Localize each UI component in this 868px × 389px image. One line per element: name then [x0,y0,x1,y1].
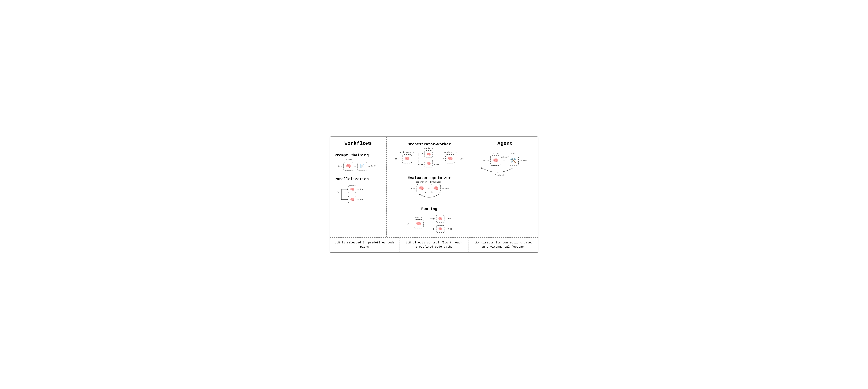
par-branch1: 🧠 → Out [348,186,364,193]
prompt-chain-diagram: In → LLM call 🧠 → 📄 → Out [336,162,376,171]
eval-feedback [391,194,467,201]
eval-diagram: In → Generator 🧠 → Evaluator 🧠 → Out [391,184,467,201]
par-out1: Out [360,188,364,190]
workers-col: Workers 🧠 🧠 [425,150,433,167]
bottom-right: LLM directs its own actions based on env… [469,238,538,252]
eval-in: In [409,187,412,190]
par-branches: 🧠 → Out 🧠 → Out [348,186,364,203]
action-label: action [501,156,508,158]
route-branch-svg [425,215,435,232]
worker2: 🧠 [425,160,433,167]
routing-diagram: In → Router 🧠 [391,215,467,233]
pc-in-label: In [336,165,340,168]
eval-out: Out [445,187,449,190]
route-target2: 🧠 → Out [436,225,452,233]
pc-brain1-wrapper: LLM call 🧠 [343,162,353,171]
bottom-left: LLM is embedded in predefined code paths [330,238,399,252]
pc-brain1-box: 🧠 [343,162,353,171]
orch-in: In [395,158,397,160]
top-section: Workflows Prompt Chaining In → LLM call … [330,137,538,238]
panel-left: Workflows Prompt Chaining In → LLM call … [330,137,387,238]
generator-label: Generator [416,181,427,183]
workflows-header: Workflows [335,141,382,146]
agent-feedback-section: feedback [477,167,522,177]
routing-row: In → Router 🧠 [391,215,467,233]
router-wrapper: Router 🧠 [414,219,424,228]
orch-title: Orchestrator-Worker [391,142,467,146]
worker1: 🧠 [425,150,433,158]
panel-right: Agent In → LLM call 🧠 action → [472,137,538,238]
route-brain1: 🧠 [436,215,444,223]
parallelization-title: Parallelization [335,177,369,181]
orch-synth-svg [434,150,444,167]
synth-wrapper: Synthesizer 🧠 [445,154,455,163]
tool-box: 🛠️ [508,156,519,166]
agent-llm-label: LLM call [491,152,501,155]
svg-text:feedback: feedback [495,174,505,176]
orch-diagram: In → Orchestrator 🧠 [391,150,467,167]
svg-marker-13 [422,164,423,165]
orch-out: Out [460,158,464,160]
pc-out-label: Out [371,165,376,168]
synth-label: Synthesizer [443,151,457,154]
agent-in: In [483,160,486,162]
agent-feedback-svg: feedback [478,167,520,177]
panel-center: Orchestrator-Worker In → Orchestrator 🧠 [387,137,472,238]
par-branch-svg [340,186,348,203]
agent-header: Agent [477,141,533,146]
eval-row: In → Generator 🧠 → Evaluator 🧠 → Out [391,184,467,193]
gen-brain: 🧠 [416,184,426,193]
par-brain1: 🧠 [348,186,356,193]
orch-branch-svg [413,150,423,167]
par-brain2: 🧠 [348,196,356,203]
routing-title: Routing [391,207,467,211]
route-out2: Out [448,228,452,230]
eval-brain: 🧠 [431,184,441,193]
par-in-section: In [336,191,339,198]
agent-brain-wrapper: LLM call 🧠 [490,156,501,166]
route-target1: 🧠 → Out [436,215,452,223]
bottom-section: LLM is embedded in predefined code paths… [330,238,538,252]
tool-wrapper: Tool 🛠️ [508,156,519,166]
main-container: Workflows Prompt Chaining In → LLM call … [330,136,538,253]
route-out1: Out [448,218,452,220]
pc-arrow1: → [341,165,342,168]
prompt-chaining-title: Prompt Chaining [335,153,369,158]
synth-brain: 🧠 [445,154,455,163]
agent-main-row: In → LLM call 🧠 action → Tool [477,156,533,166]
orch-brain-wrapper: Orchestrator 🧠 [402,154,412,163]
route-in: In [406,223,409,225]
evaluator-wrapper: Evaluator 🧠 [431,184,441,193]
pc-llm-call-label: LLM call [343,159,353,161]
agent-out: Out [523,160,527,162]
svg-marker-19 [443,158,444,160]
generator-wrapper: Generator 🧠 [416,184,426,193]
agent-diagram: In → LLM call 🧠 action → Tool [477,156,533,177]
pc-arrow3: → [368,165,370,168]
router-brain: 🧠 [414,219,424,228]
svg-marker-27 [433,228,435,230]
router-label: Router [415,216,423,219]
eval-feedback-svg [414,194,444,201]
par-in-label: In [336,191,339,193]
evaluator-label: Evaluator [430,181,441,183]
parallelization-diagram: In 🧠 → Out [336,186,364,203]
svg-marker-24 [433,218,435,220]
tool-label: Tool [511,152,516,155]
eval-title: Evaluator-optimizer [391,176,467,180]
agent-brain: 🧠 [490,156,501,166]
par-out2: Out [360,198,364,201]
workers-label: Workers [424,147,433,149]
pc-arrow2: → [354,165,356,168]
orch-label: Orchestrator [399,151,414,154]
action-section: action → [503,159,505,163]
pc-brain2-box: 📄 [357,162,367,171]
route-brain2: 🧠 [436,225,444,233]
par-branch2: 🧠 → Out [348,196,364,203]
action-arrow: → [503,159,505,163]
bottom-center: LLM directs control flow through predefi… [399,238,469,252]
route-targets: 🧠 → Out 🧠 → Out [436,215,452,233]
orch-brain: 🧠 [402,154,412,163]
svg-marker-9 [422,152,423,154]
orch-row: In → Orchestrator 🧠 [391,150,467,167]
